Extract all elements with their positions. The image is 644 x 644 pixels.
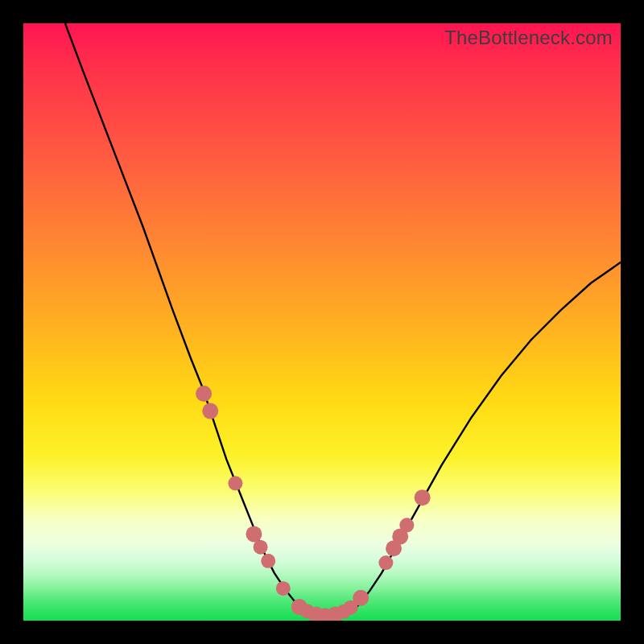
- data-point: [228, 476, 242, 490]
- marker-group: [196, 386, 431, 621]
- data-point: [353, 590, 369, 606]
- data-point: [415, 489, 431, 506]
- data-point: [399, 518, 414, 532]
- curve-layer: [23, 23, 621, 621]
- plot-area: TheBottleneck.com: [23, 23, 621, 621]
- data-point: [246, 526, 262, 542]
- data-point: [202, 403, 218, 419]
- data-point: [276, 581, 291, 596]
- data-point: [378, 555, 393, 570]
- data-point: [254, 540, 268, 555]
- bottleneck-curve: [65, 23, 621, 619]
- data-point: [196, 386, 212, 402]
- data-point: [261, 554, 275, 568]
- chart-frame: TheBottleneck.com: [0, 0, 644, 644]
